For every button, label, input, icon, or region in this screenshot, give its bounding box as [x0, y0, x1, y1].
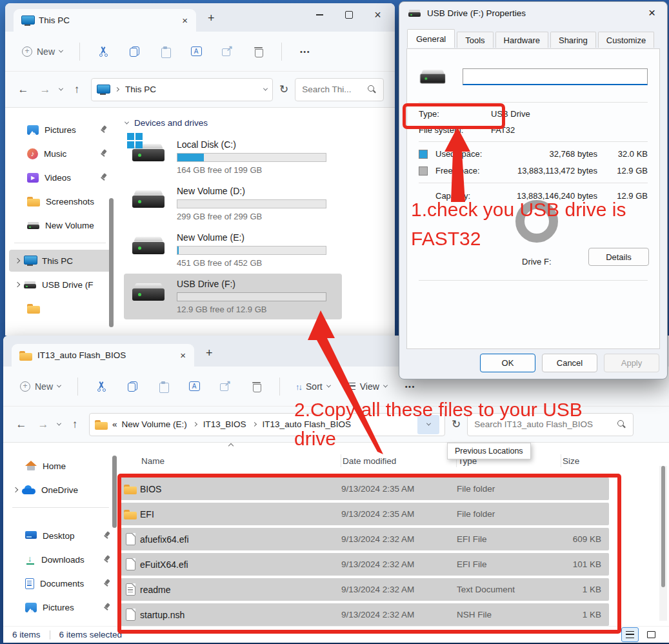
thumbnail-view-button[interactable]: [643, 627, 660, 642]
paste-button[interactable]: [150, 375, 176, 398]
up-button[interactable]: ↑: [69, 83, 85, 96]
back-button[interactable]: ←: [14, 418, 29, 431]
used-space-row: Used space: 32,768 bytes 32.0 KB: [419, 149, 648, 159]
address-dropdown-icon[interactable]: [263, 86, 268, 91]
rename-button[interactable]: [183, 40, 209, 63]
forward-button[interactable]: →: [37, 83, 53, 96]
file-row[interactable]: eFuitX64.efi 9/13/2024 2:32 AM EFI File …: [121, 553, 609, 576]
maximize-button[interactable]: [334, 5, 363, 25]
ok-button[interactable]: OK: [480, 354, 535, 372]
sidebar-item-new-volume[interactable]: New Volume: [9, 214, 111, 236]
search-input[interactable]: [302, 85, 363, 94]
tab-close-icon[interactable]: ×: [177, 350, 189, 360]
tab-general[interactable]: General: [407, 29, 455, 48]
sidebar-item-desktop[interactable]: Desktop: [7, 525, 114, 547]
tab-hardware[interactable]: Hardware: [495, 32, 548, 48]
history-chevron-icon[interactable]: [57, 421, 61, 426]
tab-it13[interactable]: IT13_auto Flash_BIOS ×: [12, 344, 194, 367]
new-tab-button[interactable]: +: [206, 347, 213, 360]
breadcrumb[interactable]: This PC: [125, 85, 156, 94]
more-icon: [300, 46, 310, 56]
tab-customize[interactable]: Customize: [598, 32, 654, 48]
minimize-button[interactable]: [305, 5, 334, 25]
sidebar-item-screenshots[interactable]: Screenshots: [9, 190, 111, 212]
drive-item-c[interactable]: Local Disk (C:) 164 GB free of 199 GB: [124, 134, 342, 180]
cut-button[interactable]: [90, 40, 116, 63]
sort-button[interactable]: Sort: [290, 377, 335, 396]
section-label: Devices and drives: [134, 118, 208, 128]
chevron-right-icon[interactable]: [15, 258, 20, 263]
history-chevron-icon[interactable]: [59, 86, 63, 91]
drive-item-e[interactable]: New Volume (E:) 451 GB free of 452 GB: [124, 227, 342, 273]
sidebar-scrollbar[interactable]: [109, 198, 114, 327]
sidebar-item-home[interactable]: Home: [7, 455, 114, 477]
address-dropdown-button[interactable]: [417, 415, 439, 434]
sidebar-item-this-pc[interactable]: This PC: [9, 250, 111, 272]
sidebar-item-pictures[interactable]: Pictures: [9, 119, 111, 141]
chevron-right-icon[interactable]: [13, 487, 18, 492]
file-row[interactable]: afuefix64.efi 9/13/2024 2:32 AM EFI File…: [121, 528, 609, 550]
tab-close-icon[interactable]: ×: [179, 15, 191, 25]
up-button[interactable]: ↑: [67, 418, 83, 431]
chevron-right-icon[interactable]: [15, 282, 20, 287]
address-bar[interactable]: « New Volume (E:) IT13_BIOS IT13_auto Fl…: [89, 413, 445, 436]
breadcrumb-drive[interactable]: New Volume (E:): [122, 419, 187, 429]
column-header-name[interactable]: Name: [140, 454, 341, 467]
volume-label-input[interactable]: [463, 68, 648, 85]
refresh-icon[interactable]: ↻: [279, 83, 288, 96]
details-button[interactable]: Details: [588, 248, 649, 266]
sidebar-item-videos[interactable]: Videos: [9, 166, 111, 188]
sidebar-item-pictures[interactable]: Pictures: [7, 596, 114, 618]
sidebar-item-documents[interactable]: Documents: [7, 572, 114, 594]
rename-button[interactable]: [181, 375, 207, 398]
tab-tools[interactable]: Tools: [457, 32, 493, 48]
plus-icon: +: [20, 381, 30, 392]
details-view-button[interactable]: [621, 627, 639, 642]
file-row[interactable]: BIOS 9/13/2024 2:35 AM File folder: [121, 478, 609, 500]
tab-sharing[interactable]: Sharing: [550, 32, 596, 48]
search-input[interactable]: [474, 419, 613, 429]
drive-item-f-selected[interactable]: USB Drive (F:) 12.9 GB free of 12.9 GB: [124, 274, 342, 319]
drive-item-d[interactable]: New Volume (D:) 299 GB free of 299 GB: [124, 181, 342, 226]
breadcrumb-overflow[interactable]: «: [112, 419, 117, 429]
collapse-chevron-icon[interactable]: [125, 120, 129, 125]
copy-button[interactable]: [121, 40, 147, 63]
close-button[interactable]: [363, 5, 392, 25]
new-button[interactable]: + New: [14, 377, 67, 396]
more-options-button[interactable]: [292, 40, 318, 63]
forward-button[interactable]: →: [35, 418, 51, 431]
back-button[interactable]: ←: [15, 83, 31, 96]
sidebar-scrollbar[interactable]: [112, 456, 117, 528]
column-header-size[interactable]: Size: [561, 454, 612, 467]
sidebar-item-onedrive[interactable]: OneDrive: [7, 479, 114, 501]
sidebar-item-music[interactable]: Music: [9, 143, 111, 165]
new-tab-button[interactable]: +: [208, 12, 215, 25]
column-header-date[interactable]: Date modified: [341, 454, 457, 467]
section-header[interactable]: Devices and drives: [125, 118, 395, 128]
copy-button[interactable]: [119, 375, 145, 398]
drive-name: USB Drive (F:): [177, 279, 335, 289]
breadcrumb-it13-bios[interactable]: IT13_BIOS: [203, 419, 246, 429]
apply-button[interactable]: Apply: [604, 354, 659, 372]
share-button[interactable]: [212, 375, 238, 398]
cancel-button[interactable]: Cancel: [542, 354, 597, 372]
file-row[interactable]: startup.nsh 9/13/2024 2:32 AM NSH File 1…: [121, 603, 609, 626]
sidebar-item-downloads[interactable]: Downloads: [7, 548, 114, 570]
delete-button[interactable]: [243, 375, 269, 398]
file-row[interactable]: readme 9/13/2024 2:32 AM Text Document 1…: [121, 578, 609, 601]
paste-button[interactable]: [152, 40, 178, 63]
delete-button[interactable]: [245, 40, 271, 63]
breadcrumb-current-folder[interactable]: IT13_auto Flash_BIOS: [263, 419, 351, 429]
vertical-scrollbar[interactable]: [659, 466, 667, 621]
file-row[interactable]: EFI 9/13/2024 2:35 AM File folder: [121, 503, 609, 525]
tab-this-pc[interactable]: This PC ×: [14, 9, 196, 32]
view-button[interactable]: View: [341, 377, 392, 396]
cut-button[interactable]: [88, 375, 114, 398]
new-button[interactable]: + New: [15, 43, 69, 61]
refresh-icon[interactable]: ↻: [452, 418, 461, 431]
sidebar-item-folder[interactable]: [9, 297, 111, 319]
dialog-close-icon[interactable]: ×: [646, 6, 658, 20]
address-bar[interactable]: This PC: [91, 78, 273, 101]
share-button[interactable]: [214, 40, 240, 63]
sidebar-item-usb-drive[interactable]: USB Drive (F: [9, 274, 111, 296]
